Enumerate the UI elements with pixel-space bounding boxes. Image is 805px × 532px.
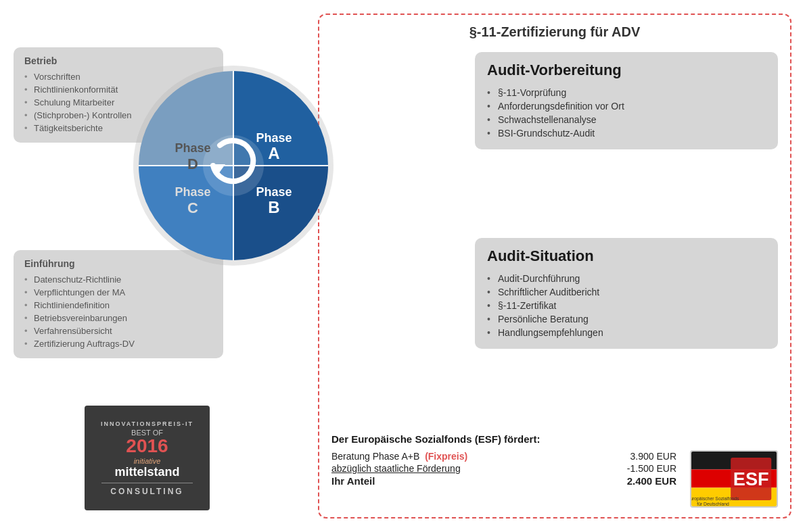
list-item: BSI-Grundschutz-Audit [487, 126, 766, 140]
list-item: Schwachstellenanalyse [487, 113, 766, 126]
audit-situation-list: Audit-Durchführung Schriftlicher Auditbe… [487, 272, 766, 339]
list-item: Handlungsempfehlungen [487, 326, 766, 339]
esf-logo: ESF Europäischer Sozialfonds für Deutsch… [690, 450, 778, 508]
list-item: Richtliniendefinition [24, 299, 212, 312]
svg-text:A: A [268, 144, 279, 162]
pricing-row-2-value: -1.500 EUR [627, 463, 676, 474]
right-panel: §-11-Zertifizierung für ADV Audit-Vorber… [318, 14, 791, 518]
list-item: Betriebsvereinbarungen [24, 312, 212, 324]
list-item: §-11-Vorprüfung [487, 86, 766, 99]
svg-text:Phase: Phase [175, 185, 210, 199]
right-panel-title: §-11-Zertifizierung für ADV [319, 15, 790, 45]
svg-text:D: D [187, 155, 198, 172]
pricing-row-1: Beratung Phase A+B (Fixpreis) 3.900 EUR [331, 450, 676, 462]
einfuhrung-list: Datenschutz-Richtlinie Verpflichtungen d… [24, 273, 212, 350]
list-item: Verpflichtungen der MA [24, 286, 212, 299]
main-container: §-11-Zertifizierung für ADV Audit-Vorber… [0, 0, 805, 532]
award-mittelstand: mittelstand [114, 465, 179, 479]
pricing-row-3: Ihr Anteil 2.400 EUR [331, 475, 676, 487]
list-item: Datenschutz-Richtlinie [24, 273, 212, 286]
list-item: Audit-Durchführung [487, 272, 766, 285]
audit-situation-heading: Audit-Situation [487, 247, 766, 265]
list-item: Zertifizierung Auftrags-DV [24, 337, 212, 350]
pricing-row-2-label: abzüglich staatliche Förderung [331, 463, 461, 474]
svg-text:Phase: Phase [256, 131, 292, 145]
pricing-row-1-label: Beratung Phase A+B (Fixpreis) [331, 451, 467, 462]
svg-text:C: C [187, 199, 198, 216]
award-top-text: INNOVATIONSPREIS-IT [101, 420, 193, 427]
award-consulting: CONSULTING [110, 487, 183, 496]
award-year: 2016 [126, 437, 168, 456]
audit-situation-box: Audit-Situation Audit-Durchführung Schri… [475, 238, 778, 349]
list-item: Verfahrensübersicht [24, 324, 212, 337]
award-divider [101, 483, 193, 483]
pricing-lines: Beratung Phase A+B (Fixpreis) 3.900 EUR … [331, 450, 676, 487]
audit-vorbereitung-heading: Audit-Vorbereitung [487, 62, 766, 79]
pricing-row-1-value: 3.900 EUR [630, 451, 676, 462]
esf-title: Der Europäische Sozialfonds (ESF) förder… [331, 433, 778, 445]
list-item: §-11-Zertifikat [487, 299, 766, 312]
svg-text:Phase: Phase [256, 185, 292, 199]
svg-text:für Deutschland: für Deutschland [697, 502, 729, 506]
audit-vorbereitung-list: §-11-Vorprüfung Anforderungsdefinition v… [487, 86, 766, 140]
bottom-info-section: Der Europäische Sozialfonds (ESF) förder… [331, 433, 778, 508]
phases-circle: Phase D Phase A Phase C Phase B [132, 64, 335, 267]
fixpreis-label: (Fixpreis) [425, 451, 467, 462]
award-initiative: initiative [134, 457, 161, 465]
pricing-row-2: abzüglich staatliche Förderung -1.500 EU… [331, 462, 676, 475]
list-item: Persönliche Beratung [487, 312, 766, 326]
svg-text:ESF: ESF [733, 468, 769, 489]
pricing-table: Beratung Phase A+B (Fixpreis) 3.900 EUR … [331, 450, 778, 508]
list-item: Anforderungsdefinition vor Ort [487, 99, 766, 113]
svg-text:Phase: Phase [175, 141, 210, 155]
pricing-row-3-label: Ihr Anteil [331, 475, 375, 487]
audit-vorbereitung-box: Audit-Vorbereitung §-11-Vorprüfung Anfor… [475, 52, 778, 149]
award-badge: INNOVATIONSPREIS-IT BEST OF 2016 initiat… [85, 406, 210, 510]
svg-text:B: B [268, 198, 279, 216]
list-item: Schriftlicher Auditbericht [487, 285, 766, 299]
pricing-row-3-value: 2.400 EUR [627, 475, 676, 487]
